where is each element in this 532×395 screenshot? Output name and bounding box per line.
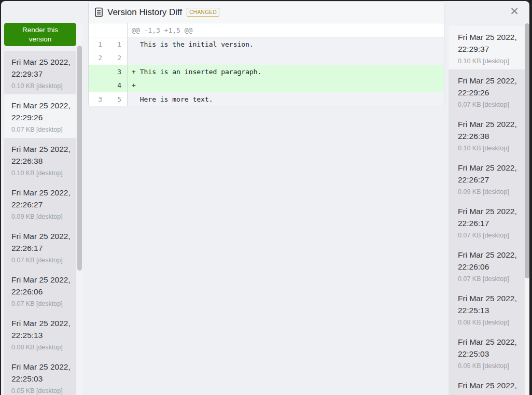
version-list-item[interactable]: Fri Mar 25 2022, 22:25:03 0.05 KB [deskt… [449,331,525,374]
diff-old-line-number: 3 [89,92,108,106]
version-date: Fri Mar 25 2022, 22:26:38 [11,143,73,167]
right-version-list: Fri Mar 25 2022, 22:29:37 0.10 KB [deskt… [449,26,525,395]
version-list-item[interactable]: Fri Mar 25 2022, 22:25:13 0.08 KB [deskt… [4,312,76,356]
diff-new-line-number: 4 [108,79,127,92]
version-size: 0.09 KB [desktop] [11,213,73,220]
version-list-item[interactable]: Fri Mar 25 2022, 22:29:37 0.10 KB [deskt… [4,51,76,94]
close-icon[interactable]: ✕ [508,5,521,18]
version-size: 0.07 KB [desktop] [458,101,522,108]
version-size: 0.07 KB [desktop] [458,275,522,283]
version-list-item[interactable]: Fri Mar 25 2022, 22:25:03 0.05 KB [deskt… [4,356,76,395]
version-list-item[interactable]: Fri Mar 25 2022, 22:26:17 0.07 KB [deskt… [4,225,76,269]
version-size: 0.08 KB [desktop] [11,344,73,351]
version-list-item[interactable]: Fri Mar 25 2022, 22:25:13 0.08 KB [deskt… [449,287,525,331]
version-size: 0.07 KB [desktop] [11,257,73,264]
diff-old-line-number: 1 [89,37,108,51]
diff-table: @@ -1,3 +1,5 @@ 1 1 This is the initial … [89,23,444,106]
diff-new-line-number: 2 [108,51,127,65]
version-size: 0.10 KB [desktop] [458,58,522,65]
diff-line-row: 1 1 This is the initial version. [89,37,444,51]
diff-line-row: 2 2 [89,51,444,65]
version-size: 0.09 KB [desktop] [458,188,522,195]
version-date: Fri Mar 25 2022, 22:29:26 [11,100,73,123]
left-version-list: Fri Mar 25 2022, 22:29:37 0.10 KB [deskt… [4,51,77,395]
version-date: Fri Mar 25 2022, 22:29:26 [458,75,522,98]
diff-hunk-header: @@ -1,3 +1,5 @@ [127,23,444,37]
version-date: Fri Mar 25 2022, 22:26:17 [11,230,73,254]
version-size: 0.08 KB [desktop] [458,319,522,326]
version-list-item[interactable]: Fri Mar 25 2022, 22:29:37 0.10 KB [deskt… [449,26,525,69]
diff-line-text: + [127,79,444,92]
version-date: Fri Mar 25 2022, 22:26:27 [11,187,73,210]
version-size: 0.05 KB [desktop] [11,387,73,394]
version-list-item[interactable]: Fri Mar 25 2022, 22:29:26 0.07 KB [deskt… [449,69,525,113]
version-date: Fri Mar 25 2022, 22:26:27 [458,162,522,186]
version-date: Fri Mar 25 2022, 22:25:13 [11,317,73,341]
version-date: Fri Mar 25 2022, 22:29:37 [458,31,522,55]
version-list-item[interactable]: Fri Mar 25 2022, 22:26:27 0.09 KB [deskt… [4,181,76,225]
document-icon [95,7,103,17]
diff-card: Version History Diff CHANGED @@ -1,3 +1,… [88,1,444,106]
diff-old-line-number [89,65,108,78]
left-scrollbar[interactable] [77,23,82,395]
diff-old-line-number: 2 [89,51,108,65]
version-size: 0.10 KB [desktop] [11,82,73,90]
diff-hunk-row: @@ -1,3 +1,5 @@ [89,23,444,37]
version-size: 0.07 KB [desktop] [11,126,73,133]
version-list-item[interactable]: Fri Mar 25 2022, 22:26:38 0.10 KB [deskt… [449,113,525,157]
version-size: 0.10 KB [desktop] [458,145,522,152]
diff-line-text [127,51,444,65]
diff-new-line-number [108,23,127,37]
right-scrollbar-thumb[interactable] [525,23,529,278]
left-version-panel: Render this version Fri Mar 25 2022, 22:… [4,23,77,395]
diff-old-line-number [89,23,108,37]
diff-old-line-number [89,79,108,92]
diff-line-text: This is the initial version. [127,37,444,51]
left-scrollbar-thumb[interactable] [77,46,82,271]
diff-line-text: + This is an inserted paragraph. [127,65,444,78]
version-date: Fri Mar 25 2022, 22:26:38 [458,118,522,142]
diff-card-header: Version History Diff CHANGED [89,2,444,23]
version-date: Fri Mar 25 2022, 22:25:03 [11,361,73,385]
version-date: Fri Mar 25 2022, 22:29:37 [11,56,73,80]
version-date: Fri Mar 25 2022, 22:25:03 [458,336,522,360]
version-date: Fri Mar 25 2022, 22:26:06 [458,249,522,273]
render-version-button[interactable]: Render this version [4,23,76,46]
changed-badge: CHANGED [187,8,219,17]
version-size: 0.07 KB [desktop] [458,232,522,239]
right-scrollbar[interactable] [525,23,529,395]
version-list-item[interactable]: Fri Mar 25 2022, 22:24:52 [449,374,525,395]
diff-card-title: Version History Diff [107,7,182,18]
version-list-item[interactable]: Fri Mar 25 2022, 22:29:26 0.07 KB [deskt… [4,94,76,138]
version-list-item[interactable]: Fri Mar 25 2022, 22:26:17 0.07 KB [deskt… [449,200,525,244]
right-version-panel: Fri Mar 25 2022, 22:29:37 0.10 KB [deskt… [449,23,525,395]
version-date: Fri Mar 25 2022, 22:26:06 [11,274,73,298]
diff-line-row: 3 + This is an inserted paragraph. [89,65,444,78]
version-list-item[interactable]: Fri Mar 25 2022, 22:26:06 0.07 KB [deskt… [4,269,76,312]
version-list-item[interactable]: Fri Mar 25 2022, 22:26:27 0.09 KB [deskt… [449,157,525,200]
diff-line-text: Here is more text. [127,92,444,106]
version-list-item[interactable]: Fri Mar 25 2022, 22:26:06 0.07 KB [deskt… [449,244,525,287]
sync-diff-modal: Sync Diff ✕ Render this version Fri Mar … [1,1,529,395]
diff-lines: 1 1 This is the initial version. 2 2 3 +… [89,37,444,106]
version-date: Fri Mar 25 2022, 22:26:17 [458,205,522,229]
version-date: Fri Mar 25 2022, 22:25:13 [458,292,522,316]
diff-new-line-number: 1 [108,37,127,51]
version-size: 0.10 KB [desktop] [11,170,73,177]
diff-line-row: 3 5 Here is more text. [89,92,444,106]
version-date: Fri Mar 25 2022, 22:24:52 [458,379,522,395]
diff-line-row: 4 + [89,79,444,92]
diff-new-line-number: 3 [108,65,127,78]
version-size: 0.05 KB [desktop] [458,362,522,370]
version-size: 0.07 KB [desktop] [11,300,73,307]
version-list-item[interactable]: Fri Mar 25 2022, 22:26:38 0.10 KB [deskt… [4,138,76,181]
diff-new-line-number: 5 [108,92,127,106]
